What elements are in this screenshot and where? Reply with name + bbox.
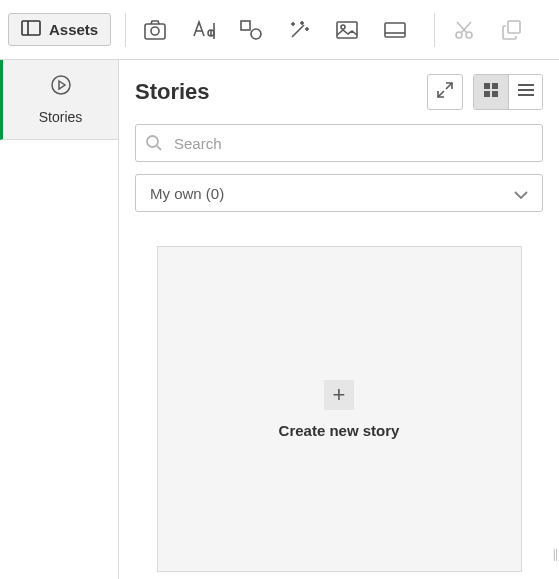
svg-rect-29 xyxy=(484,91,490,97)
svg-rect-27 xyxy=(484,83,490,89)
svg-point-34 xyxy=(147,136,158,147)
cut-icon xyxy=(449,15,479,45)
search-input[interactable] xyxy=(135,124,543,162)
grid-icon xyxy=(483,82,499,102)
list-icon xyxy=(517,83,535,101)
list-view-button[interactable] xyxy=(508,75,542,109)
shapes-icon[interactable] xyxy=(236,15,266,45)
toolbar-divider xyxy=(125,13,126,47)
expand-button[interactable] xyxy=(427,74,463,110)
search-wrap xyxy=(135,124,543,162)
chevron-down-icon xyxy=(514,185,528,202)
expand-icon xyxy=(437,82,453,102)
sidebar: Stories xyxy=(0,60,119,579)
svg-line-25 xyxy=(446,83,452,89)
view-controls xyxy=(427,74,543,110)
panel-title: Stories xyxy=(135,79,210,105)
effects-icon[interactable] xyxy=(284,15,314,45)
svg-rect-17 xyxy=(385,23,405,37)
content-panel: Stories xyxy=(119,60,559,579)
main: Stories Stories xyxy=(0,60,559,579)
svg-rect-30 xyxy=(492,91,498,97)
media-icon[interactable] xyxy=(380,15,410,45)
svg-point-24 xyxy=(52,76,70,94)
svg-line-26 xyxy=(438,91,444,97)
content-header: Stories xyxy=(135,74,543,110)
svg-point-3 xyxy=(151,27,159,35)
view-toggle xyxy=(473,74,543,110)
snapshot-icon[interactable] xyxy=(140,15,170,45)
filter-select[interactable]: My own (0) xyxy=(135,174,543,212)
toolbar-divider xyxy=(434,13,435,47)
svg-rect-23 xyxy=(508,21,520,33)
text-icon[interactable] xyxy=(188,15,218,45)
create-story-label: Create new story xyxy=(279,422,400,439)
resize-handle[interactable]: || xyxy=(553,547,557,561)
copy-icon xyxy=(497,15,527,45)
svg-point-7 xyxy=(251,29,261,39)
svg-line-8 xyxy=(292,25,304,37)
svg-rect-0 xyxy=(22,21,40,35)
svg-rect-15 xyxy=(337,22,357,38)
toolbar: Assets xyxy=(0,0,559,60)
grid-view-button[interactable] xyxy=(474,75,508,109)
svg-rect-6 xyxy=(241,21,250,30)
create-story-card[interactable]: + Create new story xyxy=(157,246,522,572)
assets-label: Assets xyxy=(49,21,98,38)
svg-line-35 xyxy=(157,146,161,150)
sidebar-item-stories[interactable]: Stories xyxy=(0,60,118,140)
play-icon xyxy=(50,74,72,99)
assets-button[interactable]: Assets xyxy=(8,13,111,46)
panel-icon xyxy=(21,20,41,39)
svg-rect-28 xyxy=(492,83,498,89)
image-icon[interactable] xyxy=(332,15,362,45)
filter-label: My own (0) xyxy=(150,185,224,202)
search-icon xyxy=(145,134,163,152)
sidebar-item-label: Stories xyxy=(39,109,83,125)
plus-icon: + xyxy=(324,380,354,410)
svg-point-16 xyxy=(341,25,345,29)
